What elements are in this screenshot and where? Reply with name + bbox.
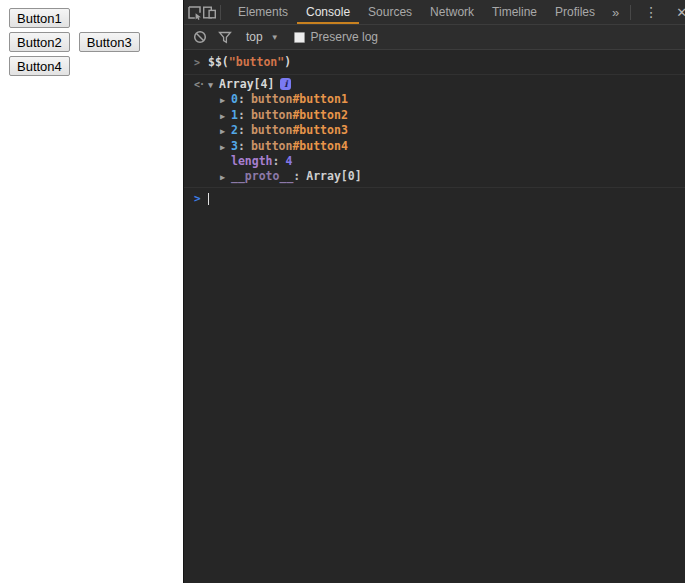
- execution-context-selector[interactable]: top ▼: [246, 30, 279, 44]
- console-array-item: ▶ 0:button#button1: [184, 92, 685, 108]
- console-input[interactable]: >: [184, 187, 685, 207]
- dropdown-caret-icon: ▼: [271, 33, 279, 42]
- console-array-item: ▶ 2:button#button3: [184, 123, 685, 139]
- node-id: #button3: [292, 123, 347, 137]
- node-preview[interactable]: button#button4: [251, 139, 348, 154]
- console-length-row: length:4: [184, 154, 685, 169]
- devtools-main-toolbar: Elements Console Sources Network Timelin…: [184, 0, 685, 25]
- page-button-3[interactable]: Button3: [79, 32, 140, 52]
- command-string-arg: "button": [229, 55, 284, 69]
- filter-icon[interactable]: [212, 25, 237, 49]
- console-array-item: ▶ 3:button#button4: [184, 139, 685, 155]
- tab-profiles[interactable]: Profiles: [546, 0, 604, 24]
- devtools-menu-icon[interactable]: ⋮: [634, 4, 668, 20]
- property-value: 4: [285, 154, 292, 169]
- console-command: > $$("button"): [184, 52, 685, 75]
- array-index: 2: [231, 123, 238, 138]
- returned-value-icon: <·: [194, 78, 208, 93]
- input-prompt-icon: >: [194, 192, 203, 207]
- colon: :: [238, 92, 245, 107]
- devtools-close-icon[interactable]: ✕: [668, 5, 685, 20]
- node-preview[interactable]: button#button2: [251, 108, 348, 123]
- proto-value: Array[0]: [306, 169, 361, 184]
- node-id: #button4: [292, 139, 347, 153]
- colon: :: [238, 108, 245, 123]
- node-preview[interactable]: button#button3: [251, 123, 348, 138]
- expand-triangle-icon[interactable]: ▶: [220, 170, 231, 185]
- button-row: Button2Button3: [9, 32, 183, 53]
- page-button-2[interactable]: Button2: [9, 32, 70, 52]
- command-prefix: $$(: [208, 55, 229, 69]
- console-toolbar: top ▼ Preserve log: [184, 25, 685, 50]
- colon: :: [238, 123, 245, 138]
- tab-sources[interactable]: Sources: [359, 0, 421, 24]
- proto-property-name: __proto__: [231, 169, 293, 184]
- command-prompt-icon: >: [194, 56, 203, 71]
- button-row: Button4: [9, 56, 183, 77]
- tab-timeline[interactable]: Timeline: [483, 0, 546, 24]
- execution-context-label: top: [246, 30, 263, 44]
- toolbar-separator: [630, 5, 631, 20]
- inspect-element-icon[interactable]: [187, 0, 202, 24]
- node-tag: button: [251, 92, 293, 106]
- preserve-log-label[interactable]: Preserve log: [311, 30, 378, 44]
- array-index: 3: [231, 139, 238, 154]
- tab-console[interactable]: Console: [297, 0, 359, 24]
- devtools-tabs: Elements Console Sources Network Timelin…: [229, 0, 604, 24]
- colon: :: [293, 169, 300, 184]
- preserve-log-checkbox[interactable]: [294, 32, 305, 43]
- console-proto-row: ▶ __proto__:Array[0]: [184, 169, 685, 185]
- expand-triangle-icon[interactable]: ▶: [220, 140, 231, 155]
- tab-elements[interactable]: Elements: [229, 0, 297, 24]
- device-toolbar-icon[interactable]: [202, 0, 217, 24]
- node-tag: button: [251, 139, 293, 153]
- expand-triangle-icon[interactable]: ▶: [220, 124, 231, 139]
- colon: :: [238, 139, 245, 154]
- colon: :: [273, 154, 280, 169]
- node-id: #button2: [292, 108, 347, 122]
- object-info-badge-icon[interactable]: i: [280, 78, 291, 90]
- array-index: 0: [231, 92, 238, 107]
- expand-triangle-icon[interactable]: ▶: [220, 109, 231, 124]
- command-suffix: ): [284, 55, 291, 69]
- button-row: Button1: [9, 8, 183, 29]
- array-index: 1: [231, 108, 238, 123]
- node-tag: button: [251, 108, 293, 122]
- expand-triangle-icon[interactable]: ▶: [220, 93, 231, 108]
- property-name: length: [231, 154, 273, 169]
- node-id: #button1: [292, 92, 347, 106]
- page-button-1[interactable]: Button1: [9, 8, 70, 28]
- toolbar-separator: [220, 5, 221, 20]
- devtools-panel: Elements Console Sources Network Timelin…: [183, 0, 685, 583]
- console-result: <· ▼ Array[4] i: [184, 77, 685, 93]
- tab-network[interactable]: Network: [421, 0, 483, 24]
- collapse-triangle-icon[interactable]: ▼: [208, 78, 219, 93]
- console-output: > $$("button") <· ▼ Array[4] i ▶ 0:butto…: [184, 50, 685, 583]
- clear-console-icon[interactable]: [187, 25, 212, 49]
- array-summary[interactable]: Array[4]: [219, 77, 274, 92]
- command-text: $$("button"): [208, 55, 291, 70]
- node-preview[interactable]: button#button1: [251, 92, 348, 107]
- browser-page: Button1 Button2Button3 Button4: [0, 0, 183, 583]
- console-array-item: ▶ 1:button#button2: [184, 108, 685, 124]
- node-tag: button: [251, 123, 293, 137]
- more-tabs-chevron-icon[interactable]: »: [604, 5, 627, 20]
- text-cursor: [208, 193, 209, 205]
- page-button-4[interactable]: Button4: [9, 56, 70, 76]
